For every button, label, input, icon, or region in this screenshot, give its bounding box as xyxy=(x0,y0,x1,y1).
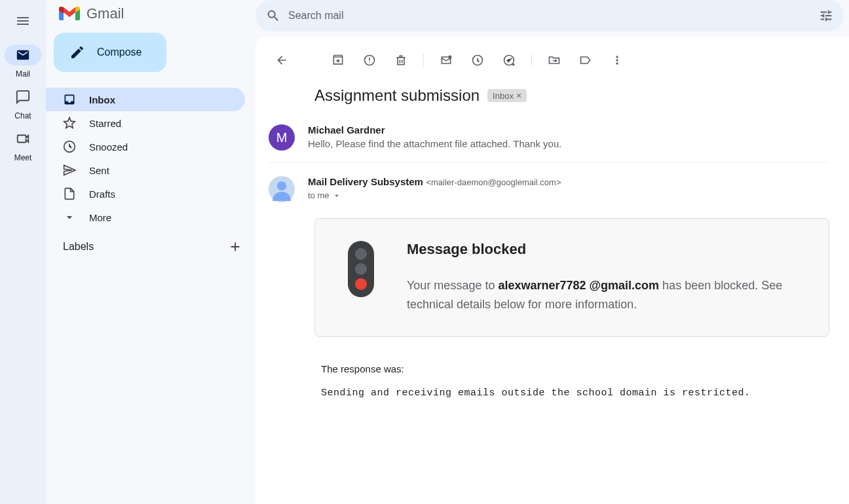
nav-starred[interactable]: Starred xyxy=(46,111,245,135)
traffic-light-icon xyxy=(348,241,374,297)
response-label: The response was: xyxy=(321,363,829,374)
nav-snoozed-label: Snoozed xyxy=(89,141,128,153)
nav-drafts-label: Drafts xyxy=(89,189,115,200)
more-button[interactable] xyxy=(604,47,630,73)
sender-email: <mailer-daemon@googlemail.com> xyxy=(426,177,561,187)
label-icon xyxy=(579,54,592,67)
svg-point-8 xyxy=(277,181,286,190)
report-icon xyxy=(363,54,376,67)
clock-icon xyxy=(63,140,76,153)
left-rail: Mail Chat Meet xyxy=(0,0,46,504)
svg-point-6 xyxy=(616,59,618,61)
avatar: M xyxy=(269,124,295,151)
sender-name: Michael Gardner xyxy=(308,124,561,135)
nav-sent[interactable]: Sent xyxy=(46,158,245,182)
pencil-icon xyxy=(69,45,85,60)
to-text: to me xyxy=(308,190,330,200)
snooze-button[interactable] xyxy=(464,47,491,73)
to-line[interactable]: to me xyxy=(308,190,561,200)
compose-button[interactable]: Compose xyxy=(54,33,166,72)
compose-label: Compose xyxy=(97,46,142,58)
nav-more[interactable]: More xyxy=(46,206,245,229)
mail-icon xyxy=(16,48,30,62)
search-icon xyxy=(266,9,280,23)
meet-icon xyxy=(16,132,30,146)
main-area: Assignment submission Inbox × M Michael … xyxy=(255,0,849,504)
archive-icon xyxy=(331,54,345,67)
label-button[interactable] xyxy=(573,47,599,73)
nav-drafts[interactable]: Drafts xyxy=(46,182,245,206)
search-bar[interactable] xyxy=(255,0,844,31)
sender-name-2: Mail Delivery Subsystem xyxy=(308,176,423,187)
svg-point-2 xyxy=(448,56,451,59)
snooze-icon xyxy=(471,54,484,67)
chat-icon xyxy=(16,90,30,104)
nav-sent-label: Sent xyxy=(89,165,109,176)
rail-mail-label: Mail xyxy=(16,69,30,79)
spam-button[interactable] xyxy=(356,47,383,73)
toolbar xyxy=(269,47,829,86)
chevron-down-icon xyxy=(63,211,76,224)
send-icon xyxy=(63,164,76,177)
label-chip-close[interactable]: × xyxy=(516,90,521,101)
back-button[interactable] xyxy=(269,47,295,73)
gmail-logo-icon xyxy=(59,6,80,22)
rail-mail[interactable]: Mail xyxy=(5,45,41,79)
rail-meet[interactable]: Meet xyxy=(5,128,41,162)
nav-more-label: More xyxy=(89,212,111,223)
nav-inbox[interactable]: Inbox xyxy=(46,88,245,111)
subject: Assignment submission xyxy=(314,86,480,105)
delete-button[interactable] xyxy=(388,47,414,73)
svg-point-5 xyxy=(616,56,618,58)
folder-move-icon xyxy=(548,54,561,67)
rail-chat-label: Chat xyxy=(14,111,31,120)
menu-button[interactable] xyxy=(7,5,39,37)
snippet: Hello, Please find the attachment file a… xyxy=(308,138,561,149)
nav-starred-label: Starred xyxy=(89,118,121,129)
hamburger-icon xyxy=(15,13,31,29)
draft-icon xyxy=(63,187,76,200)
message-expanded: Mail Delivery Subsystem <mailer-daemon@g… xyxy=(269,163,829,202)
person-icon xyxy=(269,176,295,202)
svg-point-7 xyxy=(616,62,618,64)
rail-chat[interactable]: Chat xyxy=(5,86,41,120)
label-chip[interactable]: Inbox × xyxy=(487,89,527,102)
nav-inbox-label: Inbox xyxy=(89,94,115,105)
label-chip-text: Inbox xyxy=(493,91,514,101)
plus-icon[interactable] xyxy=(228,240,242,254)
response-text: Sending and receiving emails outside the… xyxy=(321,387,829,399)
avatar-default xyxy=(269,176,295,202)
unread-button[interactable] xyxy=(433,47,459,73)
nav-snoozed[interactable]: Snoozed xyxy=(46,135,245,158)
block-desc: Your message to alexwarner7782 @gmail.co… xyxy=(407,276,789,314)
more-vert-icon xyxy=(611,54,624,67)
arrow-back-icon xyxy=(275,54,288,67)
message-summary[interactable]: M Michael Gardner Hello, Please find the… xyxy=(269,119,829,163)
app-name: Gmail xyxy=(86,5,124,22)
labels-title: Labels xyxy=(63,241,94,253)
mail-unread-icon xyxy=(440,54,453,67)
dropdown-icon xyxy=(332,191,341,200)
inbox-icon xyxy=(63,93,76,106)
rail-meet-label: Meet xyxy=(14,153,32,162)
block-title: Message blocked xyxy=(407,241,789,258)
trash-icon xyxy=(394,54,407,67)
sidebar: Gmail Compose Inbox Starred Snoozed Sent xyxy=(46,0,255,504)
star-icon xyxy=(63,117,76,130)
search-input[interactable] xyxy=(288,10,819,22)
response-section: The response was: Sending and receiving … xyxy=(321,363,829,399)
block-card: Message blocked Your message to alexwarn… xyxy=(314,218,829,337)
task-button[interactable] xyxy=(496,47,522,73)
tune-icon[interactable] xyxy=(819,9,833,23)
move-button[interactable] xyxy=(541,47,567,73)
task-icon xyxy=(502,54,516,67)
svg-point-1 xyxy=(369,62,370,63)
archive-button[interactable] xyxy=(325,47,351,73)
